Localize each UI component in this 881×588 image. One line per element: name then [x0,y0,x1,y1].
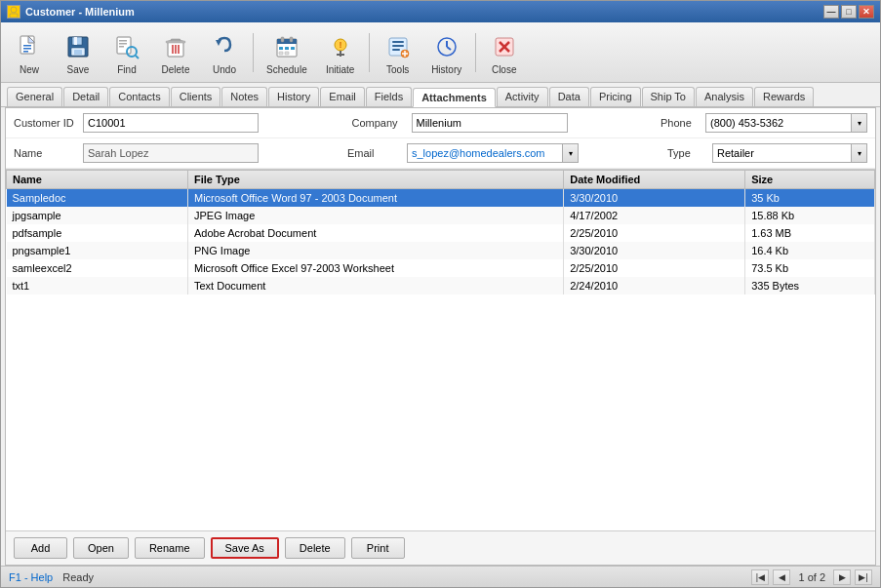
cell-size: 73.5 Kb [745,259,875,277]
svg-rect-29 [285,47,289,50]
email-label: Email [347,147,401,159]
rename-button[interactable]: Rename [135,537,205,559]
find-label: Find [117,64,136,75]
titlebar-title: Customer - Millenium [25,6,823,18]
help-link[interactable]: F1 - Help [9,571,53,583]
print-button[interactable]: Print [351,537,405,559]
titlebar-icon [7,5,20,19]
table-row[interactable]: samleexcel2Microsoft Office Excel 97-200… [7,259,875,277]
delete-button[interactable]: Delete [153,27,198,78]
tab-history[interactable]: History [268,87,319,106]
svg-point-0 [11,7,17,13]
table-row[interactable]: SampledocMicrosoft Office Word 97 - 2003… [7,189,875,207]
undo-button[interactable]: Undo [202,27,247,78]
svg-rect-26 [281,37,284,42]
svg-rect-13 [119,43,127,45]
tab-clients[interactable]: Clients [171,87,221,106]
history-button[interactable]: History [424,27,469,78]
svg-rect-4 [23,48,31,50]
col-header-name[interactable]: Name [7,171,188,189]
cell-name: jpgsample [7,207,188,224]
schedule-label: Schedule [266,64,307,75]
new-button[interactable]: New [7,27,52,78]
close-window-button[interactable]: ✕ [859,5,874,19]
cell-file_type: PNG Image [187,242,563,259]
cell-name: Sampledoc [7,189,188,207]
maximize-button[interactable]: □ [841,5,857,19]
svg-text:!: ! [339,40,341,50]
cell-date_modified: 2/25/2010 [564,224,745,242]
save-button[interactable]: Save [56,27,100,78]
tab-rewards[interactable]: Rewards [754,87,814,106]
tab-pricing[interactable]: Pricing [590,87,641,106]
find-button[interactable]: Find [104,27,149,78]
prev-page-button[interactable]: ◀ [773,569,790,585]
initiate-icon: ! [325,31,356,62]
tab-contacts[interactable]: Contacts [109,87,169,106]
tab-attachments[interactable]: Attachments [413,88,496,107]
close-icon [489,31,520,62]
delete-attachment-button[interactable]: Delete [285,537,345,559]
tab-activity[interactable]: Activity [497,87,548,106]
type-input[interactable] [712,143,852,163]
tab-fields[interactable]: Fields [366,87,412,106]
next-page-button[interactable]: ▶ [833,569,851,585]
cell-size: 15.88 Kb [745,207,875,224]
minimize-button[interactable]: — [823,5,839,19]
svg-rect-30 [291,47,295,50]
tab-analysis[interactable]: Analysis [696,87,753,106]
cell-name: samleexcel2 [7,259,188,277]
last-page-button[interactable]: ▶| [855,569,872,585]
cell-date_modified: 3/30/2010 [564,242,745,259]
col-header-file-type[interactable]: File Type [187,171,563,189]
email-input[interactable] [407,143,563,163]
tab-email[interactable]: Email [320,87,365,106]
cell-size: 335 Bytes [745,277,875,294]
table-row[interactable]: pngsample1PNG Image3/30/201016.4 Kb [7,242,875,259]
tab-data[interactable]: Data [549,87,589,106]
cell-file_type: Adobe Acrobat Document [187,224,563,242]
tab-detail[interactable]: Detail [63,87,108,106]
save-icon [62,31,94,62]
undo-icon [209,31,240,62]
col-header-size[interactable]: Size [745,171,875,189]
phone-field-group: ▾ [705,113,867,133]
table-row[interactable]: jpgsampleJPEG Image4/17/200215.88 Kb [7,207,875,224]
tab-notes[interactable]: Notes [221,87,267,106]
email-dropdown-button[interactable]: ▾ [563,143,579,163]
add-button[interactable]: Add [14,537,67,559]
tools-button[interactable]: Tools [376,27,420,78]
tab-bar: General Detail Contacts Clients Notes Hi… [1,83,880,107]
table-row[interactable]: txt1Text Document2/24/2010335 Bytes [7,277,875,294]
company-input[interactable] [412,113,568,133]
new-icon [14,31,45,62]
customer-id-label: Customer ID [14,117,77,129]
save-as-button[interactable]: Save As [211,537,279,559]
phone-dropdown-button[interactable]: ▾ [852,113,867,133]
svg-rect-8 [74,37,77,45]
form-row-2: Name Email ▾ Type ▾ [6,138,875,169]
customer-id-input[interactable] [83,113,259,133]
cell-date_modified: 2/25/2010 [564,259,745,277]
schedule-icon [271,31,302,62]
type-dropdown-button[interactable]: ▾ [852,143,867,163]
schedule-button[interactable]: Schedule [260,27,314,78]
phone-input[interactable] [705,113,852,133]
close-button[interactable]: Close [482,27,527,78]
statusbar: F1 - Help Ready |◀ ◀ 1 of 2 ▶ ▶| [1,566,880,587]
tab-ship-to[interactable]: Ship To [642,87,696,106]
first-page-button[interactable]: |◀ [751,569,769,585]
svg-rect-28 [279,47,283,50]
table-row[interactable]: pdfsampleAdobe Acrobat Document2/25/2010… [7,224,875,242]
svg-rect-40 [392,49,400,51]
name-input[interactable] [83,143,259,163]
main-window: Customer - Millenium — □ ✕ New [0,0,881,588]
col-header-date-modified[interactable]: Date Modified [564,171,745,189]
tab-general[interactable]: General [7,87,62,106]
attachments-table: Name File Type Date Modified Size Sample… [6,170,875,294]
open-button[interactable]: Open [73,537,129,559]
initiate-button[interactable]: ! Initiate [318,27,363,78]
svg-rect-31 [279,52,283,55]
svg-rect-32 [285,52,289,55]
new-label: New [20,64,39,75]
